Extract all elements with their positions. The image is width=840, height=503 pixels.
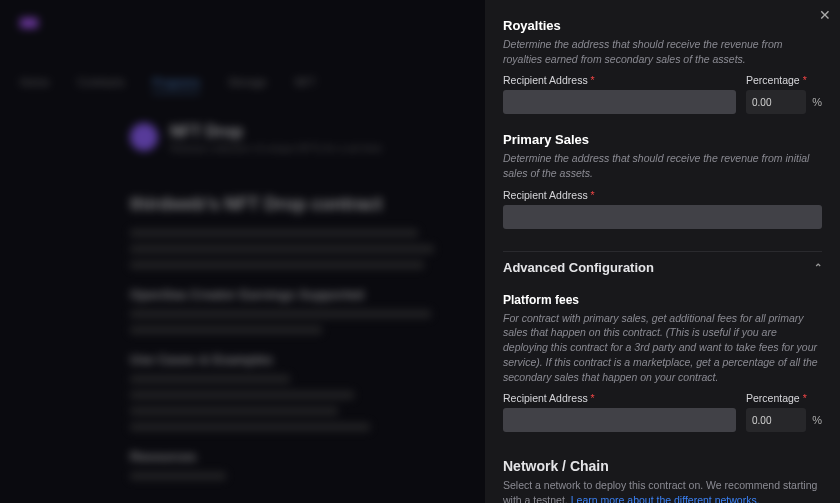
network-title: Network / Chain: [503, 458, 822, 474]
percent-sign: %: [812, 414, 822, 426]
chevron-up-icon: ⌃: [814, 262, 822, 273]
primary-address-input[interactable]: [503, 205, 822, 229]
close-icon[interactable]: ✕: [816, 6, 834, 24]
platform-desc: For contract with primary sales, get add…: [503, 311, 822, 384]
primary-desc: Determine the address that should receiv…: [503, 151, 822, 180]
background-content: Home Contracts Programs Storage NFT NFT …: [0, 0, 470, 503]
platform-pct-label: Percentage *: [746, 392, 822, 404]
platform-title: Platform fees: [503, 293, 822, 307]
royalties-pct-label: Percentage *: [746, 74, 822, 86]
royalties-address-input[interactable]: [503, 90, 736, 114]
royalties-section: Royalties Determine the address that sho…: [503, 18, 822, 114]
platform-fees-section: Platform fees For contract with primary …: [503, 293, 822, 432]
primary-title: Primary Sales: [503, 132, 822, 147]
advanced-configuration-toggle[interactable]: Advanced Configuration ⌃: [503, 251, 822, 283]
primary-addr-label: Recipient Address *: [503, 189, 822, 201]
royalties-addr-label: Recipient Address *: [503, 74, 736, 86]
percent-sign: %: [812, 96, 822, 108]
deploy-panel: ✕ Royalties Determine the address that s…: [485, 0, 840, 503]
royalties-desc: Determine the address that should receiv…: [503, 37, 822, 66]
royalties-title: Royalties: [503, 18, 822, 33]
platform-addr-label: Recipient Address *: [503, 392, 736, 404]
platform-address-input[interactable]: [503, 408, 736, 432]
network-desc: Select a network to deploy this contract…: [503, 478, 822, 503]
network-section: Network / Chain Select a network to depl…: [503, 458, 822, 503]
primary-sales-section: Primary Sales Determine the address that…: [503, 132, 822, 228]
learn-networks-link[interactable]: Learn more about the different networks.: [571, 494, 760, 503]
platform-percentage-input[interactable]: [746, 408, 806, 432]
royalties-percentage-input[interactable]: [746, 90, 806, 114]
